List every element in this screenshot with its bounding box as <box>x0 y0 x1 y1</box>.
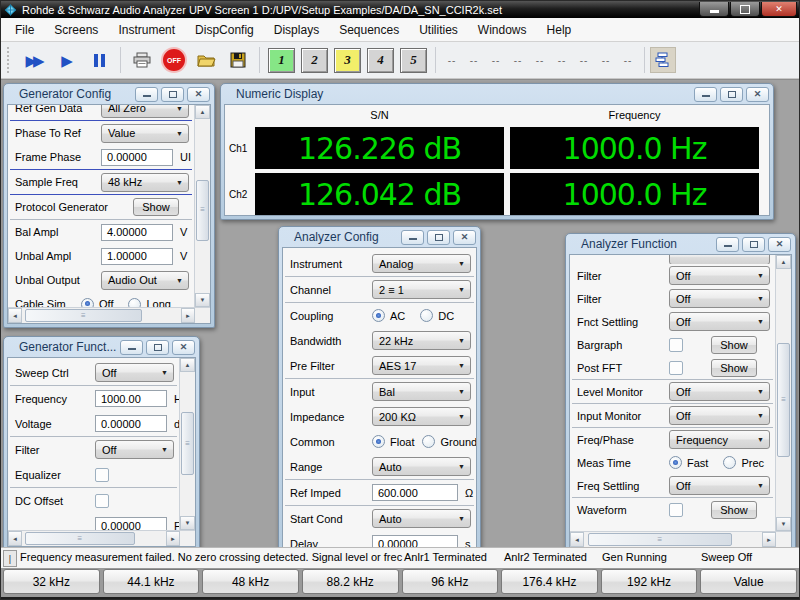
menu-windows[interactable]: Windows <box>468 20 537 40</box>
minimize-button[interactable] <box>694 87 717 102</box>
menu-file[interactable]: File <box>5 20 44 40</box>
scroll-left-button[interactable]: ◄ <box>570 532 584 547</box>
sequence-button[interactable] <box>650 47 676 73</box>
bandwidth-dropdown[interactable]: 22 kHz ▼ <box>372 331 471 350</box>
freq-phase-dropdown[interactable]: Frequency ▼ <box>669 430 770 449</box>
horizontal-scrollbar[interactable]: ◄ ≡ ► <box>8 530 195 546</box>
softkey-96khz[interactable]: 96 kHz <box>402 569 499 594</box>
start-continuous-button[interactable]: ▶▶ <box>21 47 49 73</box>
screen-5-button[interactable]: 5 <box>400 48 427 73</box>
app-maximize-button[interactable] <box>730 2 760 17</box>
delay-input[interactable]: 0.00000 <box>372 535 458 547</box>
scroll-right-button[interactable]: ► <box>166 531 180 546</box>
input-dropdown[interactable]: Bal ▼ <box>372 382 471 401</box>
menu-displays[interactable]: Displays <box>264 20 329 40</box>
filter-2-dropdown[interactable]: Off ▼ <box>669 289 770 308</box>
gen-filter-dropdown[interactable]: Off ▼ <box>95 440 174 459</box>
screen-1-button[interactable]: 1 <box>268 48 295 73</box>
restore-button[interactable] <box>742 237 765 252</box>
unbal-output-dropdown[interactable]: Audio Out ▼ <box>101 271 189 290</box>
bargraph-show-button[interactable]: Show <box>711 336 757 354</box>
unbal-ampl-input[interactable]: 1.00000 <box>101 248 173 265</box>
scroll-thumb[interactable]: ≡ <box>181 412 194 474</box>
scroll-left-button[interactable]: ◄ <box>8 531 22 546</box>
close-button[interactable]: ✕ <box>453 230 476 245</box>
dc-offset-checkbox[interactable] <box>95 494 109 508</box>
screen-2-button[interactable]: 2 <box>301 48 328 73</box>
status-grip-button[interactable]: | <box>3 550 17 567</box>
scroll-right-button[interactable]: ► <box>762 532 776 547</box>
coupling-dc-radio[interactable]: DC <box>420 309 454 322</box>
start-cond-dropdown[interactable]: Auto ▼ <box>372 509 471 528</box>
scroll-up-button[interactable]: ▲ <box>180 358 195 372</box>
waveform-show-button[interactable]: Show <box>711 501 757 519</box>
close-button[interactable]: ✕ <box>768 237 791 252</box>
input-monitor-dropdown[interactable]: Off ▼ <box>669 406 770 425</box>
app-minimize-button[interactable] <box>699 2 729 17</box>
numeric-display-titlebar[interactable]: Numeric Display ✕ <box>224 84 770 104</box>
stop-continue-button[interactable] <box>85 47 113 73</box>
generator-function-titlebar[interactable]: Generator Funct... ✕ <box>7 337 196 357</box>
vertical-scrollbar[interactable]: ▲ ≡ ▼ <box>194 105 210 307</box>
softkey-32khz[interactable]: 32 kHz <box>3 569 100 594</box>
scroll-track[interactable]: ≡ <box>22 308 181 323</box>
scroll-thumb[interactable]: ≡ <box>25 309 141 322</box>
scroll-up-button[interactable]: ▲ <box>776 255 791 269</box>
equalizer-checkbox[interactable] <box>95 468 109 482</box>
scroll-track[interactable]: ≡ <box>776 269 791 517</box>
minimize-button[interactable] <box>120 340 143 355</box>
cable-sim-long-radio[interactable]: Long <box>128 298 170 308</box>
save-setup-button[interactable] <box>224 47 252 73</box>
menu-screens[interactable]: Screens <box>44 20 108 40</box>
screen-4-button[interactable]: 4 <box>367 48 394 73</box>
softkey-value[interactable]: Value <box>700 569 797 594</box>
scroll-down-button[interactable]: ▼ <box>776 517 791 531</box>
minimize-button[interactable] <box>135 87 158 102</box>
scroll-track[interactable]: ≡ <box>195 119 210 293</box>
menu-help[interactable]: Help <box>537 20 582 40</box>
channel-dropdown[interactable]: 2 ≡ 1 ▼ <box>372 280 471 299</box>
waveform-checkbox[interactable] <box>669 503 683 517</box>
sample-freq-dropdown[interactable]: 48 kHz ▼ <box>101 173 189 192</box>
voltage-input[interactable]: 0.00000 <box>95 415 167 432</box>
protocol-generator-show-button[interactable]: Show <box>133 198 179 216</box>
dc-offset-value-input[interactable]: 0.00000 <box>95 517 167 530</box>
coupling-ac-radio[interactable]: AC <box>372 309 405 322</box>
filter-1-dropdown[interactable]: Off ▼ <box>669 266 770 285</box>
restore-button[interactable] <box>146 340 169 355</box>
common-ground-radio[interactable]: Ground <box>422 435 476 448</box>
frame-phase-input[interactable]: 0.00000 <box>101 149 173 166</box>
level-monitor-dropdown[interactable]: Off ▼ <box>669 382 770 401</box>
softkey-192khz[interactable]: 192 kHz <box>601 569 698 594</box>
close-button[interactable]: ✕ <box>187 87 210 102</box>
softkey-44-1khz[interactable]: 44.1 kHz <box>103 569 200 594</box>
ref-gen-data-dropdown[interactable]: All Zero ▼ <box>101 105 189 118</box>
scroll-down-button[interactable]: ▼ <box>180 516 195 530</box>
impedance-dropdown[interactable]: 200 KΩ ▼ <box>372 407 471 426</box>
scroll-thumb[interactable]: ≡ <box>777 343 790 457</box>
partial-dropdown[interactable] <box>669 255 770 264</box>
scroll-left-button[interactable]: ◄ <box>8 308 22 323</box>
softkey-48khz[interactable]: 48 kHz <box>202 569 299 594</box>
bal-ampl-input[interactable]: 4.00000 <box>101 224 173 241</box>
minimize-button[interactable] <box>716 237 739 252</box>
vertical-scrollbar[interactable]: ▲ ≡ ▼ <box>775 255 791 531</box>
scroll-up-button[interactable]: ▲ <box>195 105 210 119</box>
common-float-radio[interactable]: Float <box>372 435 414 448</box>
cable-sim-off-radio[interactable]: Off <box>81 298 113 308</box>
scroll-track[interactable]: ≡ <box>584 532 762 547</box>
generator-config-titlebar[interactable]: Generator Config ✕ <box>7 84 211 104</box>
app-close-button[interactable]: ✕ <box>761 2 797 17</box>
scroll-track[interactable]: ≡ <box>180 372 195 516</box>
scroll-thumb[interactable]: ≡ <box>196 180 209 241</box>
post-fft-checkbox[interactable] <box>669 361 683 375</box>
single-start-button[interactable]: ▶ <box>53 47 81 73</box>
generator-off-button[interactable]: OFF <box>160 47 188 73</box>
bargraph-checkbox[interactable] <box>669 338 683 352</box>
analyzer-config-titlebar[interactable]: Analyzer Config ✕ <box>282 227 477 247</box>
scroll-thumb[interactable]: ≡ <box>25 532 135 545</box>
close-button[interactable]: ✕ <box>746 87 769 102</box>
frequency-input[interactable]: 1000.00 <box>95 390 167 407</box>
close-button[interactable]: ✕ <box>172 340 195 355</box>
menu-sequences[interactable]: Sequences <box>329 20 409 40</box>
